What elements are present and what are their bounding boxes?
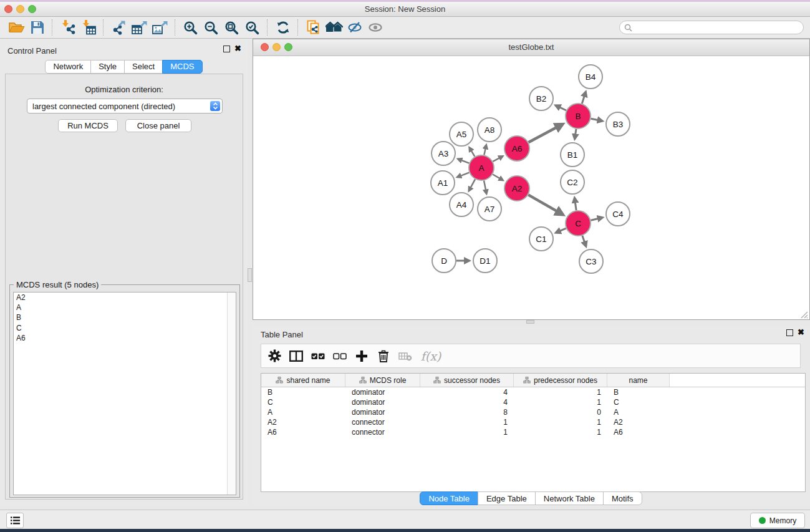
cell-predecessor-nodes[interactable]: 1 <box>514 418 607 427</box>
table-row[interactable]: Bdominator41B <box>261 387 805 397</box>
network-close-traffic-light[interactable] <box>261 43 269 51</box>
memory-button[interactable]: Memory <box>750 513 805 528</box>
open-session-icon[interactable] <box>6 17 27 37</box>
graph-node-A6[interactable]: A6 <box>504 136 529 161</box>
tab-node-table[interactable]: Node Table <box>420 491 478 505</box>
cell-predecessor-nodes[interactable]: 0 <box>514 408 607 417</box>
table-row[interactable]: A6connector11A6 <box>261 427 805 437</box>
graph-node-A7[interactable]: A7 <box>478 197 501 221</box>
home-layout-icon[interactable] <box>324 17 344 37</box>
cell-predecessor-nodes[interactable]: 1 <box>514 428 607 437</box>
graph-edge-A6-B[interactable] <box>529 124 563 142</box>
graph-edge-A-A3[interactable] <box>458 159 469 163</box>
close-panel-icon[interactable]: ✖ <box>234 46 241 52</box>
graph-node-A4[interactable]: A4 <box>450 193 473 216</box>
graph-node-B1[interactable]: B1 <box>561 143 584 167</box>
column-header-predecessor-nodes[interactable]: predecessor nodes <box>514 374 607 387</box>
mcds-result-item[interactable]: B <box>14 312 236 322</box>
graph-edge-B-B3[interactable] <box>591 118 603 121</box>
window-resize-grip[interactable] <box>800 310 808 318</box>
tab-edge-table[interactable]: Edge Table <box>478 491 536 505</box>
table-settings-gear-icon[interactable] <box>268 349 281 364</box>
graph-edge-C-C4[interactable] <box>591 218 602 220</box>
cell-successor-nodes[interactable]: 8 <box>420 408 514 417</box>
graph-node-D1[interactable]: D1 <box>473 249 497 273</box>
column-header-name[interactable]: name <box>607 374 670 387</box>
network-graph-canvas[interactable]: B4B2BB3A8A5A6B1A3AC2A1A2A4A7C4CC1C3DD1 <box>253 56 808 319</box>
cell-name[interactable]: A6 <box>607 428 670 437</box>
cell-predecessor-nodes[interactable]: 1 <box>514 388 607 397</box>
mcds-result-item[interactable]: A6 <box>14 333 236 343</box>
import-table-icon[interactable] <box>78 17 99 37</box>
column-header-MCDS-role[interactable]: MCDS role <box>345 374 420 387</box>
graph-node-A5[interactable]: A5 <box>450 122 473 146</box>
tab-mcds[interactable]: MCDS <box>162 60 202 74</box>
create-column-plus-icon[interactable] <box>355 349 369 364</box>
cell-shared-name[interactable]: A <box>261 408 345 417</box>
float-panel-icon[interactable] <box>223 46 230 52</box>
graph-node-C[interactable]: C <box>566 211 591 236</box>
optimization-criterion-select[interactable]: largest connected component (directed) <box>27 99 223 114</box>
save-session-icon[interactable] <box>27 17 47 37</box>
refresh-icon[interactable] <box>272 17 293 37</box>
export-image-icon[interactable] <box>150 17 170 37</box>
graph-node-A[interactable]: A <box>469 155 494 180</box>
cell-predecessor-nodes[interactable]: 1 <box>514 398 607 407</box>
graph-edge-A-A6[interactable] <box>493 156 503 162</box>
graph-edge-A-A4[interactable] <box>469 179 475 191</box>
deselect-all-icon[interactable] <box>333 349 347 364</box>
result-list-scrollbar[interactable] <box>227 293 236 495</box>
table-row[interactable]: Cdominator41C <box>261 397 805 407</box>
graph-node-B2[interactable]: B2 <box>529 87 553 110</box>
cell-name[interactable]: A2 <box>607 418 670 427</box>
cell-name[interactable]: C <box>607 398 670 407</box>
graph-node-D[interactable]: D <box>432 249 456 273</box>
network-window-titlebar[interactable]: testGlobe.txt <box>253 39 809 56</box>
graph-node-C3[interactable]: C3 <box>579 249 603 273</box>
show-eye-icon[interactable] <box>365 17 385 37</box>
graph-edge-C-C2[interactable] <box>574 198 576 210</box>
export-network-icon[interactable] <box>108 17 129 37</box>
graph-node-A2[interactable]: A2 <box>504 176 529 201</box>
mcds-result-item[interactable]: A2 <box>14 293 236 302</box>
cell-shared-name[interactable]: C <box>261 398 345 407</box>
graph-edge-A2-C[interactable] <box>528 195 562 215</box>
column-header-shared-name[interactable]: shared name <box>261 374 345 387</box>
column-header-successor-nodes[interactable]: successor nodes <box>420 374 514 387</box>
close-traffic-light[interactable] <box>4 5 12 13</box>
graph-node-B[interactable]: B <box>566 104 591 128</box>
tab-network-table[interactable]: Network Table <box>535 491 604 505</box>
cell-successor-nodes[interactable]: 4 <box>420 398 514 407</box>
tab-motifs[interactable]: Motifs <box>603 491 642 505</box>
horizontal-splitter-grip[interactable] <box>526 320 534 324</box>
mcds-result-item[interactable]: A <box>14 302 236 312</box>
cell-MCDS-role[interactable]: connector <box>345 418 420 427</box>
task-history-button[interactable] <box>6 513 24 528</box>
vertical-splitter-grip[interactable] <box>248 268 252 282</box>
tab-select[interactable]: Select <box>124 60 163 74</box>
search-field[interactable] <box>619 21 804 34</box>
graph-edge-A-A8[interactable] <box>484 145 486 155</box>
graph-edge-A-A2[interactable] <box>493 175 503 181</box>
table-close-panel-icon[interactable]: ✖ <box>798 329 804 336</box>
cell-shared-name[interactable]: B <box>261 388 345 397</box>
graph-node-B4[interactable]: B4 <box>579 65 602 89</box>
network-maximize-traffic-light[interactable] <box>284 43 292 51</box>
run-mcds-button[interactable]: Run MCDS <box>58 119 118 132</box>
graph-edge-B-B1[interactable] <box>575 129 576 139</box>
cell-shared-name[interactable]: A6 <box>261 428 345 437</box>
graph-node-A3[interactable]: A3 <box>432 142 455 165</box>
cell-shared-name[interactable]: A2 <box>261 418 345 427</box>
graph-edge-C-C3[interactable] <box>582 236 586 246</box>
new-network-from-selection-icon[interactable] <box>303 17 324 37</box>
graph-node-B3[interactable]: B3 <box>606 112 630 136</box>
cell-MCDS-role[interactable]: dominator <box>345 388 420 397</box>
cell-MCDS-role[interactable]: dominator <box>345 408 420 417</box>
table-row[interactable]: Adominator80A <box>261 407 805 417</box>
table-row[interactable]: A2connector11A2 <box>261 417 805 427</box>
network-minimize-traffic-light[interactable] <box>272 43 281 51</box>
cell-MCDS-role[interactable]: dominator <box>345 398 420 407</box>
graph-node-A8[interactable]: A8 <box>478 118 501 142</box>
select-all-icon[interactable] <box>311 349 325 364</box>
cell-name[interactable]: A <box>607 408 670 417</box>
